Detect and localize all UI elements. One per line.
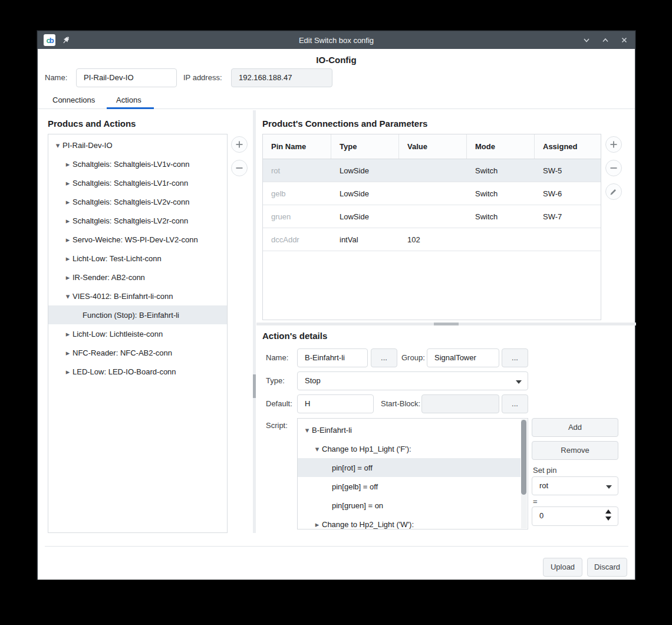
expander-right-icon[interactable] [63, 273, 73, 282]
cell-type: LowSide [331, 182, 399, 205]
column-header[interactable]: Pin Name [263, 134, 331, 159]
chevron-down-icon [516, 380, 522, 384]
tree-item[interactable]: Schaltgleis: Schaltgleis-LV1r-conn [48, 173, 227, 192]
tree-item[interactable]: Schaltgleis: Schaltgleis-LV2v-conn [48, 192, 227, 211]
expander-right-icon[interactable] [63, 330, 73, 338]
discard-button[interactable]: Discard [587, 558, 627, 577]
tree-item[interactable]: PI-Rail-Dev-IO [48, 136, 227, 154]
horizontal-splitter[interactable] [256, 323, 636, 325]
expander-right-icon[interactable] [63, 348, 73, 357]
script-item[interactable]: pin[gelb] = off [298, 477, 528, 496]
close-icon[interactable] [620, 35, 629, 45]
column-header[interactable]: Type [331, 134, 399, 159]
horizontal-splitter-handle[interactable] [434, 323, 459, 325]
expander-right-icon[interactable] [312, 520, 322, 529]
expander-right-icon[interactable] [63, 254, 73, 263]
pin-icon[interactable] [61, 35, 71, 45]
titlebar[interactable]: cb Edit Switch box config [38, 31, 635, 49]
action-name-browse-button[interactable]: ... [371, 348, 397, 367]
script-item-selected[interactable]: pin[rot] = off [298, 458, 521, 477]
edit-pin-button[interactable] [605, 183, 622, 200]
script-label: Script: [266, 416, 288, 435]
add-script-button[interactable]: Add [532, 418, 618, 437]
expander-right-icon[interactable] [63, 367, 73, 376]
tree-item[interactable]: Schaltgleis: Schaltgleis-LV2r-conn [48, 211, 227, 230]
tree-item[interactable]: VIES-4012: B-Einfahrt-li-conn [48, 287, 227, 305]
cell-assigned: SW-5 [535, 159, 601, 182]
column-header[interactable]: Assigned [535, 134, 601, 159]
type-dropdown[interactable]: Stop [297, 371, 528, 390]
expander-right-icon[interactable] [63, 216, 73, 225]
connections-table[interactable]: Pin Name Type Value Mode Assigned rot Lo… [262, 134, 601, 320]
expander-down-icon[interactable] [302, 426, 312, 435]
action-details-heading: Action's details [262, 331, 327, 341]
expander-right-icon[interactable] [63, 198, 73, 206]
add-product-button[interactable] [231, 136, 248, 153]
ip-address-input[interactable]: 192.168.188.47 [231, 68, 332, 87]
remove-product-button[interactable] [231, 160, 248, 176]
cell-assigned [535, 228, 601, 251]
script-item[interactable]: B-Einfahrt-li [298, 420, 528, 439]
tree-item-selected[interactable]: Function (Stop): B-Einfahrt-li [48, 305, 227, 324]
script-item-label: Change to Hp2_Light ('W'): [322, 520, 414, 529]
expander-down-icon[interactable] [312, 445, 322, 453]
scrollbar-thumb[interactable] [521, 420, 526, 495]
script-tree[interactable]: B-Einfahrt-li Change to Hp1_Light ('F'):… [297, 418, 528, 529]
edit-switch-box-window: cb Edit Switch box config [37, 31, 635, 580]
group-input[interactable]: SignalTower [427, 348, 499, 367]
table-row[interactable]: dccAddr intVal 102 [263, 228, 601, 251]
expander-right-icon[interactable] [63, 235, 73, 244]
maximize-icon[interactable] [601, 35, 610, 45]
minimize-icon[interactable] [582, 35, 591, 45]
products-tree[interactable]: PI-Rail-Dev-IO Schaltgleis: Schaltgleis-… [48, 134, 228, 533]
action-name-input[interactable]: B-Einfahrt-li [297, 348, 368, 367]
expander-right-icon[interactable] [63, 160, 73, 169]
expander-down-icon[interactable] [53, 141, 62, 150]
tree-item[interactable]: Licht-Low: Lichtleiste-conn [48, 324, 227, 343]
vertical-splitter-handle[interactable] [253, 374, 256, 398]
default-input[interactable]: H [297, 394, 374, 413]
script-item[interactable]: Change to Hp1_Light ('F'): [298, 439, 528, 458]
tree-item[interactable]: IR-Sender: AB2-conn [48, 268, 227, 287]
cell-value [399, 205, 467, 228]
column-header[interactable]: Mode [467, 134, 535, 159]
remove-script-button[interactable]: Remove [532, 441, 618, 460]
cell-pin: gruen [263, 205, 331, 228]
spinner-down-icon[interactable] [605, 517, 611, 521]
script-item[interactable]: Change to Hp2_Light ('W'): [298, 515, 528, 529]
vertical-splitter[interactable] [253, 110, 256, 533]
table-row-selected[interactable]: rot LowSide Switch SW-5 [263, 159, 601, 182]
table-row[interactable]: gruen LowSide Switch SW-7 [263, 205, 601, 228]
pin-value-spinner[interactable]: 0 [532, 506, 618, 526]
action-name-label: Name: [266, 348, 288, 367]
cell-mode [467, 228, 535, 251]
scrollbar[interactable] [521, 419, 527, 528]
upload-button[interactable]: Upload [543, 558, 582, 577]
spinner-up-icon[interactable] [605, 509, 611, 514]
set-pin-dropdown[interactable]: rot [532, 476, 618, 495]
expander-down-icon[interactable] [63, 292, 73, 301]
remove-pin-button[interactable] [605, 160, 622, 176]
expander-right-icon[interactable] [63, 179, 73, 188]
tree-item[interactable]: NFC-Reader: NFC-AB2-conn [48, 343, 227, 362]
cell-value [399, 159, 467, 182]
tree-item[interactable]: LED-Low: LED-IO-Board-conn [48, 362, 227, 381]
tree-item-label: Schaltgleis: Schaltgleis-LV2r-conn [73, 216, 188, 225]
script-item[interactable]: pin[gruen] = on [298, 496, 528, 515]
tree-item[interactable]: Servo-Weiche: WS-PI-Dev-LV2-conn [48, 230, 227, 249]
table-row[interactable]: gelb LowSide Switch SW-6 [263, 182, 601, 205]
start-block-browse-button[interactable]: ... [502, 394, 528, 413]
tree-item[interactable]: Schaltgleis: Schaltgleis-LV1v-conn [48, 154, 227, 173]
tree-item[interactable]: Licht-Low: Test-Licht-conn [48, 249, 227, 268]
tab-connections[interactable]: Connections [52, 94, 95, 108]
cell-pin: gelb [263, 182, 331, 205]
add-pin-button[interactable] [605, 136, 622, 153]
desktop-background: cb Edit Switch box config [0, 0, 672, 625]
cell-mode: Switch [467, 159, 535, 182]
group-browse-button[interactable]: ... [502, 348, 528, 367]
app-icon: cb [44, 34, 55, 46]
tab-actions[interactable]: Actions [116, 94, 141, 108]
column-header[interactable]: Value [399, 134, 467, 159]
start-block-input[interactable] [421, 394, 499, 413]
name-input[interactable]: PI-Rail-Dev-IO [76, 68, 177, 87]
